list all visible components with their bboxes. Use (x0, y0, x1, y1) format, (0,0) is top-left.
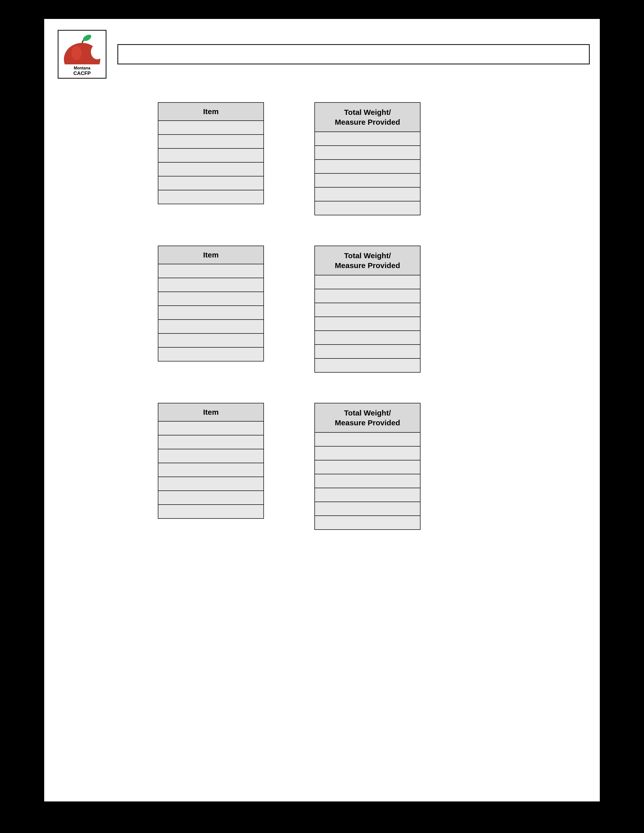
table-row (158, 264, 264, 278)
table-row (158, 463, 264, 477)
tables-row-3: Item (69, 403, 575, 530)
table-row (158, 505, 264, 518)
tables-area-3: Item (158, 403, 575, 530)
tables-area-2: Item (158, 246, 575, 373)
table-row (158, 121, 264, 135)
weight-table-1: Total Weight/ Measure Provided (314, 102, 420, 215)
table-row (315, 446, 420, 460)
table-row (158, 190, 264, 204)
table-row (315, 474, 420, 488)
table-row (315, 201, 420, 215)
tables-row-1: Item (69, 102, 575, 215)
table-row (158, 176, 264, 190)
weight-table-2: Total Weight/ Measure Provided (314, 246, 420, 373)
table-row (315, 289, 420, 303)
item-table-1-header: Item (158, 103, 264, 121)
item-table-2-header: Item (158, 246, 264, 264)
item-table-1: Item (158, 102, 264, 204)
table-row (158, 449, 264, 463)
table-row (315, 146, 420, 159)
table-row (158, 320, 264, 333)
table-row (158, 333, 264, 347)
main-content: Item (44, 87, 600, 545)
tables-row-2: Item (69, 246, 575, 373)
tables-area-1: Item (158, 102, 575, 215)
weight-table-2-header: Total Weight/ Measure Provided (315, 246, 420, 275)
table-row (158, 148, 264, 162)
table-row (158, 347, 264, 361)
table-row (158, 135, 264, 148)
table-row (315, 433, 420, 446)
item-table-2: Item (158, 246, 264, 362)
logo-container: Montana CACFP (54, 26, 110, 82)
table-row (315, 132, 420, 146)
header: Montana CACFP (44, 19, 600, 87)
svg-point-3 (91, 44, 103, 60)
logo: Montana CACFP (57, 29, 107, 79)
table-row (158, 162, 264, 176)
table-row (315, 502, 420, 516)
weight-table-3-header: Total Weight/ Measure Provided (315, 403, 420, 433)
table-row (315, 187, 420, 201)
table-row (315, 516, 420, 529)
table-row (158, 477, 264, 491)
item-table-3-header: Item (158, 403, 264, 421)
table-row (158, 435, 264, 449)
table-row (315, 159, 420, 174)
table-row (315, 317, 420, 331)
svg-point-1 (71, 46, 82, 60)
table-row (315, 275, 420, 289)
svg-text:CACFP: CACFP (74, 71, 91, 76)
table-row (158, 491, 264, 505)
table-row (158, 278, 264, 292)
table-row (158, 421, 264, 435)
table-row (315, 174, 420, 187)
item-table-3: Item (158, 403, 264, 519)
header-title-box (118, 44, 590, 64)
weight-table-3: Total Weight/ Measure Provided (314, 403, 420, 530)
weight-table-1-header: Total Weight/ Measure Provided (315, 103, 420, 132)
table-row (315, 331, 420, 344)
table-row (315, 344, 420, 359)
table-row (158, 306, 264, 320)
table-row (158, 292, 264, 306)
svg-text:Montana: Montana (74, 66, 90, 70)
section-block-2: Item (69, 246, 575, 373)
table-row (315, 359, 420, 372)
section-block-3: Item (69, 403, 575, 530)
section-block-1: Item (69, 102, 575, 215)
table-row (315, 460, 420, 474)
table-row (315, 303, 420, 317)
table-row (315, 488, 420, 502)
page: Montana CACFP Item (44, 19, 600, 801)
